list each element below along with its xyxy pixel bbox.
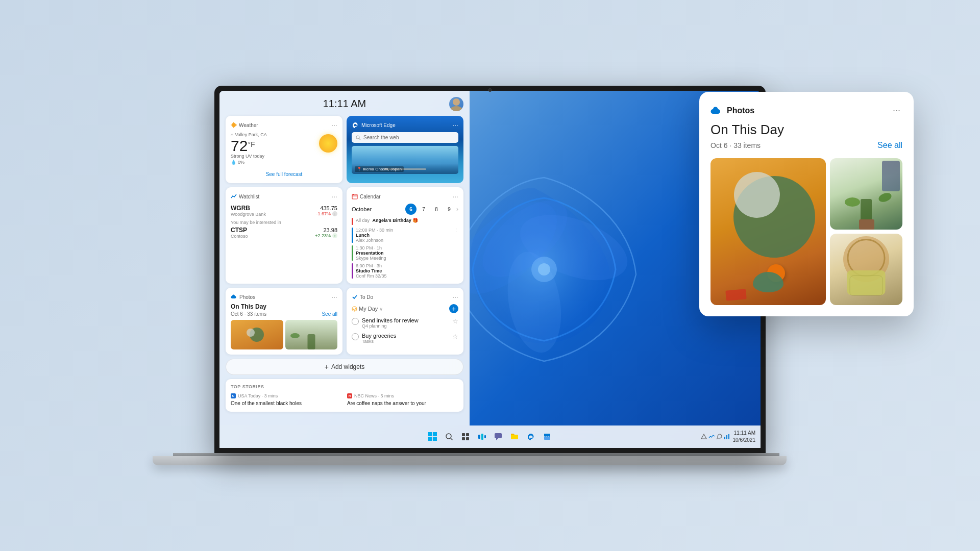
svg-point-8 [232, 123, 236, 127]
story-item-2[interactable]: N NBC News · 5 mins Are coffee naps the … [347, 393, 458, 407]
widgets-time: 11:11 AM [323, 98, 366, 110]
weather-condition: Strong UV today [231, 154, 267, 159]
taskbar-edge-btn[interactable] [524, 430, 537, 443]
top-stories-widget: TOP STORIES U USA Today · 3 mins [226, 379, 463, 412]
svg-line-25 [451, 438, 453, 440]
watchlist-widget: Watchlist ··· WGRB Woodgrove Bank [226, 187, 342, 284]
edge-title: Microsoft Edge [361, 122, 396, 128]
photos-small-see-all[interactable]: See all [322, 311, 337, 317]
interested-label: You may be interested in [231, 220, 337, 225]
svg-rect-35 [544, 437, 550, 440]
svg-rect-31 [481, 434, 483, 440]
svg-rect-27 [466, 433, 469, 436]
svg-rect-15 [352, 194, 357, 199]
svg-rect-21 [433, 432, 437, 436]
watchlist-title: Watchlist [239, 194, 259, 199]
sun-icon [319, 134, 337, 153]
edge-widget: Microsoft Edge ··· Search the web [347, 116, 463, 183]
desktop: 11:11 AM [219, 91, 761, 448]
edge-location: 📍 Ikema Ohashi, Japan [355, 166, 404, 172]
svg-point-6 [453, 98, 460, 106]
laptop-screen-bezel: 11:11 AM [214, 86, 766, 453]
edge-icon [352, 121, 359, 129]
taskbar-explorer-btn[interactable] [508, 430, 521, 443]
calendar-month: October [352, 206, 372, 212]
taskbar-time: 11:11 AM 10/6/2021 [733, 430, 756, 444]
photos-small-more[interactable]: ··· [331, 293, 337, 301]
stock-ctsp: CTSP Contoso 23.98 +2.23% + [231, 227, 337, 239]
popup-photo-main[interactable] [710, 158, 826, 305]
weather-link[interactable]: See full forecast [266, 171, 303, 177]
svg-rect-26 [462, 433, 465, 436]
calendar-title: Calendar [360, 194, 381, 199]
svg-line-14 [359, 138, 361, 140]
todo-title: To Do [360, 294, 373, 300]
todo-task-1: Send invites for review Q4 planning ☆ [352, 317, 458, 329]
photo-thumb-1[interactable] [231, 320, 283, 349]
user-avatar[interactable] [449, 97, 463, 111]
edge-more[interactable]: ··· [452, 121, 458, 129]
svg-marker-34 [496, 438, 498, 440]
todo-add-btn[interactable]: + [449, 304, 458, 313]
calendar-widget: Calendar ··· October 6 7 8 9 [347, 187, 463, 284]
photos-popup-see-all[interactable]: See all [877, 141, 902, 150]
svg-rect-38 [726, 435, 727, 439]
camera [488, 88, 492, 92]
cal-event-presentation: 1:30 PM · 1h Presentation Skype Meeting [352, 245, 458, 261]
svg-point-13 [356, 136, 359, 139]
taskbar-taskview-btn[interactable] [459, 430, 472, 443]
stories-label: TOP STORIES [231, 384, 458, 389]
todo-more[interactable]: ··· [452, 293, 458, 301]
taskbar-widgets-btn[interactable] [475, 430, 488, 443]
svg-rect-28 [462, 437, 465, 440]
weather-unit: °F [248, 140, 255, 148]
weather-location: Valley Park, CA [235, 132, 266, 137]
svg-point-5 [538, 263, 550, 276]
edge-search[interactable]: Search the web [352, 132, 458, 143]
taskbar-windows-btn[interactable] [426, 430, 439, 443]
taskbar: 11:11 AM 10/6/2021 [219, 425, 761, 448]
svg-rect-39 [728, 434, 729, 439]
popup-photo-bottom-right[interactable] [830, 234, 902, 305]
svg-point-7 [450, 106, 462, 111]
edge-image: 📍 Ikema Ohashi, Japan [352, 146, 458, 174]
cal-event-lunch: 12:00 PM · 30 min Lunch Alex Johnson ⋮ [352, 228, 458, 243]
photos-popup: Photos ··· On This Day Oct 6 · 33 items … [699, 92, 914, 316]
calendar-more[interactable]: ··· [452, 192, 458, 201]
photos-small-title: Photos [239, 294, 255, 300]
photos-widget-small: Photos ··· On This Day Oct 6 · 33 items … [226, 288, 342, 355]
photos-popup-title: Photos [727, 106, 754, 115]
todo-task-2: Buy groceries Tasks ☆ [352, 333, 458, 344]
add-widgets-label: Add widgets [331, 363, 364, 370]
cloud-icon [231, 294, 237, 299]
weather-more[interactable]: ··· [331, 121, 337, 129]
photos-popup-more-btn[interactable]: ··· [891, 103, 902, 118]
widgets-header: 11:11 AM [226, 98, 463, 110]
svg-rect-33 [495, 433, 502, 438]
stock-wgrb: WGRB Woodgrove Bank 435.75 -1.67% ↓ [231, 205, 337, 217]
add-widgets-button[interactable]: + Add widgets [226, 359, 463, 375]
weather-temp: 72 [231, 138, 248, 154]
popup-photo-top-right[interactable] [830, 158, 902, 230]
svg-rect-20 [428, 432, 432, 436]
weather-widget: Weather ··· ⌂ Valley Park, CA [226, 116, 342, 183]
edge-search-text: Search the web [363, 135, 399, 140]
cal-event-studio: 6:00 PM · 3h Studio Time Conf Rm 32/35 [352, 263, 458, 279]
taskbar-chat-btn[interactable] [492, 430, 505, 443]
taskbar-search-btn[interactable] [443, 430, 456, 443]
photos-popup-heading: On This Day [710, 122, 902, 138]
photos-popup-meta: Oct 6 · 33 items [710, 141, 761, 149]
svg-rect-32 [484, 435, 486, 438]
svg-point-24 [446, 434, 451, 439]
cal-event-birthday: All day Angela's Birthday 🎁 [352, 218, 458, 225]
watchlist-more[interactable]: ··· [331, 192, 337, 201]
story-item-1[interactable]: U USA Today · 3 mins One of the smallest… [231, 393, 342, 407]
weather-title: Weather [239, 122, 258, 128]
taskbar-store-btn[interactable] [541, 430, 554, 443]
svg-rect-29 [466, 437, 469, 440]
todo-myday-label: My Day [359, 306, 378, 312]
widgets-panel: 11:11 AM [219, 91, 470, 425]
svg-rect-30 [478, 435, 480, 439]
photo-thumb-2[interactable] [285, 320, 338, 349]
svg-marker-36 [701, 434, 706, 439]
